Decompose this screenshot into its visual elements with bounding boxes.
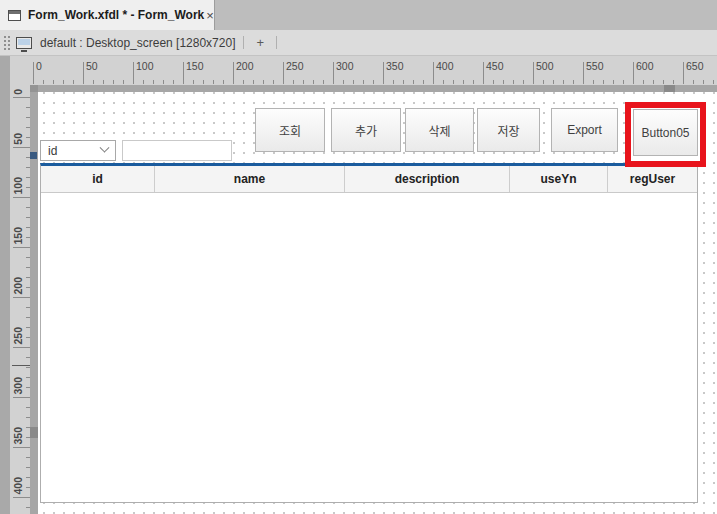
form-document-icon xyxy=(8,10,21,21)
drag-grip-icon[interactable] xyxy=(3,34,10,51)
selection-position-marker xyxy=(30,152,37,159)
add-screen-button[interactable]: + xyxy=(252,36,268,49)
vertical-position-marker xyxy=(30,427,38,438)
grid-header-id[interactable]: id xyxy=(41,166,155,192)
save-button[interactable]: 저장 xyxy=(477,108,540,152)
data-grid[interactable]: id name description useYn regUser xyxy=(40,163,698,503)
add-button[interactable]: 추가 xyxy=(331,108,401,152)
tab-title: Form_Work.xfdl * - Form_Work xyxy=(28,8,204,22)
horizontal-ruler: 050100150200250300350400450500550600650 xyxy=(0,56,717,85)
grid-header-description[interactable]: description xyxy=(345,166,510,192)
export-button[interactable]: Export xyxy=(551,108,618,152)
combobox-value: id xyxy=(48,144,57,158)
form-designer-window: Form_Work.xfdl * - Form_Work × default :… xyxy=(0,0,717,514)
grid-header-regUser[interactable]: regUser xyxy=(608,166,697,192)
left-guide-band xyxy=(30,92,38,514)
separator xyxy=(276,36,277,49)
separator xyxy=(243,36,244,49)
vertical-ruler: 050100150200250300350400 xyxy=(10,56,30,514)
grid-header-name[interactable]: name xyxy=(155,166,345,192)
tab-form-work[interactable]: Form_Work.xfdl * - Form_Work × xyxy=(0,0,215,30)
button05[interactable]: Button05 xyxy=(633,109,698,156)
horizontal-position-marker xyxy=(664,85,675,92)
monitor-icon xyxy=(16,37,32,49)
guide-band-corner xyxy=(30,85,38,92)
search-field-combobox[interactable]: id xyxy=(40,140,116,161)
left-edge-strip xyxy=(0,56,10,514)
document-tab-bar: Form_Work.xfdl * - Form_Work × xyxy=(0,0,717,30)
close-icon[interactable]: × xyxy=(204,8,216,23)
grid-body[interactable] xyxy=(41,193,697,502)
grid-header-row: id name description useYn regUser xyxy=(41,166,697,193)
ruler-cursor-marker xyxy=(12,365,30,366)
screen-toolbar: default : Desktop_screen [1280x720] + xyxy=(0,30,717,56)
top-guide-band xyxy=(30,85,717,92)
delete-button[interactable]: 삭제 xyxy=(405,108,474,152)
screen-label: default : Desktop_screen [1280x720] xyxy=(40,36,235,50)
grid-header-useYn[interactable]: useYn xyxy=(510,166,608,192)
chevron-down-icon[interactable] xyxy=(100,143,110,153)
search-input[interactable] xyxy=(122,140,232,161)
design-canvas[interactable]: id 조회 추가 삭제 저장 Export Button05 id name d… xyxy=(38,92,717,514)
query-button[interactable]: 조회 xyxy=(255,108,325,152)
